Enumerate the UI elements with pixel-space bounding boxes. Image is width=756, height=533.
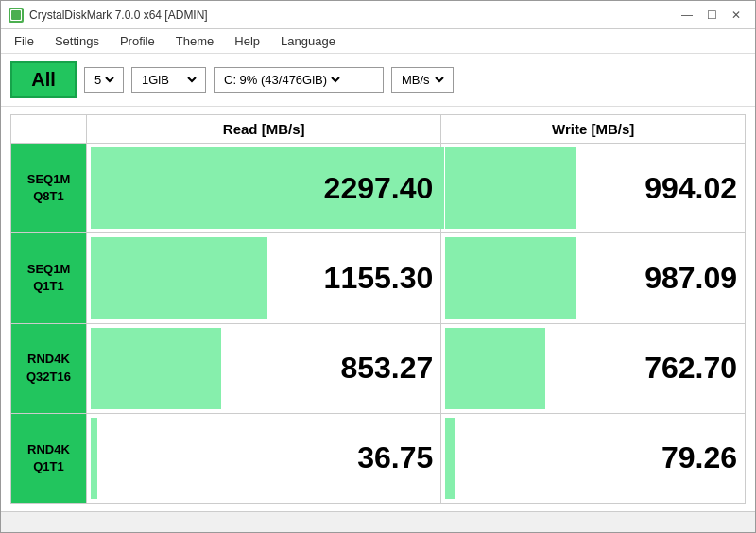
read-value-1: 1155.30: [87, 233, 441, 323]
write-number-0: 994.02: [441, 171, 745, 206]
row-label-3: RND4KQ1T1: [11, 413, 87, 503]
read-value-0: 2297.40: [87, 144, 441, 233]
menu-item-file[interactable]: File: [5, 31, 43, 51]
row-label-1: SEQ1MQ1T1: [11, 233, 87, 323]
status-bar: [1, 511, 755, 532]
drive-select-box[interactable]: C: 9% (43/476GiB): [214, 67, 384, 93]
table-row: SEQ1MQ8T1 2297.40 994.02: [11, 144, 746, 233]
runs-select[interactable]: 5 1 3 9: [91, 72, 117, 88]
row-label-line1: RND4K: [27, 442, 70, 456]
window-controls: — ☐ ✕: [676, 6, 747, 25]
unit-select[interactable]: MB/s GB/s IOPS: [398, 72, 447, 88]
all-button[interactable]: All: [10, 61, 77, 98]
read-value-3: 36.75: [87, 413, 441, 503]
write-number-3: 79.26: [441, 440, 745, 475]
row-label-line2: Q8T1: [33, 189, 64, 203]
table-row: SEQ1MQ1T1 1155.30 987.09: [11, 233, 746, 323]
menu-item-settings[interactable]: Settings: [45, 31, 109, 51]
col-header-label: [11, 115, 87, 144]
size-select[interactable]: 1GiB 512MiB 2GiB 4GiB: [138, 72, 199, 88]
row-label-line1: SEQ1M: [27, 172, 71, 186]
write-value-2: 762.70: [441, 323, 746, 413]
close-button[interactable]: ✕: [725, 6, 747, 25]
col-header-write: Write [MB/s]: [441, 115, 746, 144]
size-select-box[interactable]: 1GiB 512MiB 2GiB 4GiB: [131, 67, 206, 93]
table-row: RND4KQ1T1 36.75 79.26: [11, 413, 746, 503]
row-label-line1: SEQ1M: [27, 262, 71, 276]
toolbar: All 5 1 3 9 1GiB 512MiB 2GiB 4GiB C: 9% …: [1, 54, 755, 107]
table-row: RND4KQ32T16 853.27 762.70: [11, 323, 746, 413]
content-area: Read [MB/s] Write [MB/s] SEQ1MQ8T1 2297.…: [1, 107, 755, 511]
write-number-1: 987.09: [441, 261, 745, 296]
title-bar: CrystalDiskMark 7.0.0 x64 [ADMIN] — ☐ ✕: [1, 1, 755, 29]
row-label-2: RND4KQ32T16: [11, 323, 87, 413]
drive-select[interactable]: C: 9% (43/476GiB): [220, 72, 343, 88]
menu-item-profile[interactable]: Profile: [111, 31, 164, 51]
read-number-2: 853.27: [87, 351, 440, 386]
write-number-2: 762.70: [441, 351, 745, 386]
col-header-read: Read [MB/s]: [87, 115, 441, 144]
read-number-3: 36.75: [87, 440, 440, 475]
svg-rect-1: [11, 10, 21, 20]
title-bar-left: CrystalDiskMark 7.0.0 x64 [ADMIN]: [9, 8, 208, 23]
runs-select-box[interactable]: 5 1 3 9: [84, 67, 124, 93]
row-label-line2: Q1T1: [33, 459, 64, 473]
row-label-line2: Q1T1: [33, 279, 64, 293]
window-title: CrystalDiskMark 7.0.0 x64 [ADMIN]: [29, 9, 208, 22]
write-value-3: 79.26: [441, 413, 746, 503]
menu-item-language[interactable]: Language: [271, 31, 345, 51]
benchmark-table: Read [MB/s] Write [MB/s] SEQ1MQ8T1 2297.…: [10, 114, 746, 504]
menu-bar: FileSettingsProfileThemeHelpLanguage: [1, 29, 755, 54]
app-icon: [9, 8, 24, 23]
write-value-1: 987.09: [441, 233, 746, 323]
read-value-2: 853.27: [87, 323, 441, 413]
main-window: CrystalDiskMark 7.0.0 x64 [ADMIN] — ☐ ✕ …: [0, 0, 756, 533]
minimize-button[interactable]: —: [676, 6, 698, 25]
row-label-line2: Q32T16: [26, 370, 71, 384]
unit-select-box[interactable]: MB/s GB/s IOPS: [391, 67, 454, 93]
row-label-0: SEQ1MQ8T1: [11, 144, 87, 233]
write-value-0: 994.02: [441, 144, 746, 233]
read-number-0: 2297.40: [87, 171, 440, 206]
menu-item-help[interactable]: Help: [225, 31, 269, 51]
read-number-1: 1155.30: [87, 261, 440, 296]
maximize-button[interactable]: ☐: [700, 6, 723, 25]
row-label-line1: RND4K: [27, 352, 70, 366]
menu-item-theme[interactable]: Theme: [166, 31, 223, 51]
